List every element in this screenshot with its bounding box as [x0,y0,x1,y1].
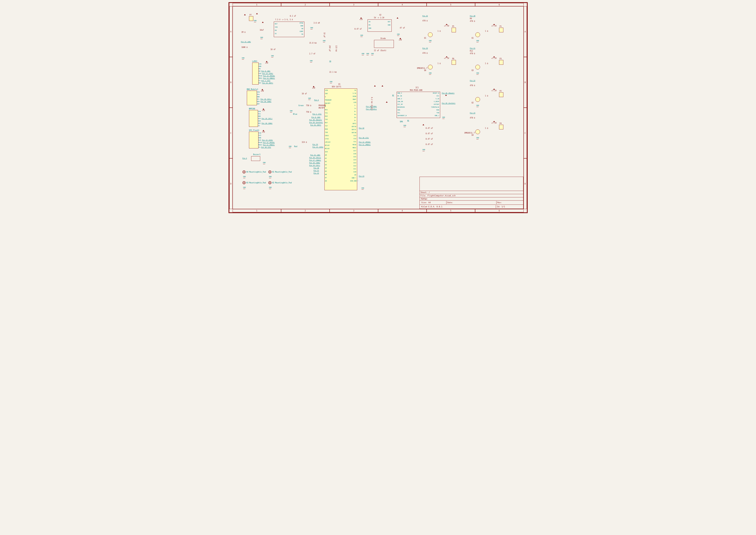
net-label: Pin 28 (Reset) [309,119,322,121]
net-label: Pin 8 (G0) [311,117,321,118]
net-label: Pin 19 (SCL) [309,165,320,166]
diode-block: Diode [374,40,394,48]
gnd-flag: GND [290,110,293,112]
net-label: Pin 20 [314,167,319,169]
u2-block: INENGNDOUTGND [367,19,392,32]
net-label: RF [392,95,394,96]
sma-label: SMA [400,121,403,123]
gnd-flag: GND [243,176,246,178]
cap-label: 0.47 uF [426,143,433,145]
net-label: Pin 23 [359,175,364,177]
tb-rev: Rev: [496,201,522,204]
u1-right-pins: 5V3.3VVUSBVBATLEDI-I+R-R+D+D-OUT2OUT1DOU… [350,90,356,183]
mounting-hole: H2 MountingHole_Pad [268,181,292,184]
schematic-sheet: 123456 123456 ABCD ABCD P7 GND 1M Ω Pin … [229,2,528,213]
net-label: RF [407,120,409,122]
resistor-label: 15.8 kΩ [309,42,317,44]
gnd-flag: GND [371,53,374,55]
cap-label: 0.47 uF [426,133,433,135]
ref-spiflash: SPI_Flash1 [249,129,259,131]
bno-pin-list: VIN 3Vo GND SCL Pin 19 (SCL)SDA Pin 18 (… [257,91,271,105]
connector-p7 [249,16,253,21]
led-green: Green [299,105,304,106]
gnd-flag: GND [422,149,425,151]
power-flag [256,13,258,14]
bno-module [247,91,257,105]
ruler-left: ABCD [230,6,232,209]
ref-buzzer: Buzzer1 [253,154,261,155]
reg-desc: 7.5 V -> 5 V, 5 A [275,19,293,21]
cap-label: 200 pF [329,45,331,52]
gnd-flag: GND [260,37,263,39]
res-label: 750 Ω [306,111,311,113]
cap-label: 47 uF [400,27,405,29]
net-label: Pin 17 (SDA1) [309,159,321,161]
resistor-label: 1M Ω [241,31,246,33]
net-label: Pin 10 (CS) [359,137,369,139]
net-label: Pin 28 (Reset) [442,92,455,94]
gnd-flag: GND [254,20,257,22]
res-label: 750 Ω [306,105,311,106]
gnd-flag: GND [362,53,364,55]
gnd-flag: GND [271,55,274,57]
tb-id: Id: 1/1 [496,205,522,208]
gnd-flag: GND [269,176,272,178]
ruler-right: ABCD [524,6,527,209]
cap-label: 0.47 uF [355,28,362,30]
drawing-area: P7 GND 1M Ω Pin 15 (A0) 100K Ω GND 10uF … [232,6,524,209]
cap-label: 0.47 uF [426,138,433,140]
gnd-flag: GND [323,40,326,42]
lora-pin-list: VIN GND EN G0 Pin 8 (G0)SCK Pin 13 (SCK)… [259,63,275,85]
net-label: Pin 29 (ExtInt) [309,122,323,124]
net-label: Pin 18 (SDA) [309,162,320,164]
net-label: Pin 18 (SDA) [366,106,377,107]
bmp-pin-list: VIN 3Vo GND SCK Pin 19 (SCL)SDO SDI Pin … [258,111,273,127]
gnd-flag: GND [269,186,272,189]
gnd-flag: GND [242,57,245,60]
ref-bmp: BMP280 [249,108,255,110]
gnd-flag: GND [310,27,313,29]
ref-p7: P7 [250,14,252,16]
ref-ic1: IC1 [416,87,418,89]
resistor-label: 115 kΩ [335,45,337,52]
net-label: FB [329,60,331,62]
tb-size: Size: A4 [420,201,446,204]
cap-label: 0.47 uF [426,127,433,129]
cap-label: 10 nF [271,48,276,50]
cap-label: 33 pF [323,32,325,38]
gnd-flag: GND [397,33,400,36]
ref-u1: DEV-16771 [332,86,341,88]
net-label: Pin 1 (CS) [312,113,322,115]
gnd-flag: GND [442,117,445,119]
cap-label: 2.7 nF [309,53,315,55]
ref-u2: U2 [379,14,382,16]
cap-label: 10uF [260,29,264,31]
ref-bno: BNO_Module1 [247,88,258,90]
gnd-flag: GND [263,162,266,164]
power-flag [374,85,376,87]
power-flag [244,14,246,15]
net-label: Pin 16 (SCL1) [309,157,321,158]
ruler-bottom: 123456 [232,209,524,212]
net-label: Pin 13 (SCK) [312,146,324,148]
net-label: Pin 34 (RST) [310,124,321,126]
net-label: Pin 11 (MOSI) [359,144,371,146]
gnd-flag: GND [361,35,363,37]
gnd-flag: GND [404,125,406,127]
gnd-flag: GND [330,81,333,83]
gnd-flag: GND [362,187,364,190]
diode-label: Diode [381,38,386,40]
tb-date: Date: [446,201,496,204]
gnd-flag: GND [366,53,369,55]
led-blue: Blue [293,113,297,115]
tb-tool: KiCad E.D.A. 8.0.1 [420,205,496,208]
power-flag: +5V [399,38,402,41]
mosfet-col-left: Pin 32 470 Ω +7.5V P5 1 Ω Q1 GND Pin 33 … [416,15,459,80]
tb-file: File: FlightComputer.kicad_sch [420,194,523,197]
net-label: Pin 29 (ExtInt) [442,102,455,104]
power-flag [422,124,424,125]
net-label: Pin 15 (A0) [310,154,320,156]
spiflash-module [249,131,258,149]
power-flag [386,101,388,103]
cap-label: 10 uF [302,93,307,95]
